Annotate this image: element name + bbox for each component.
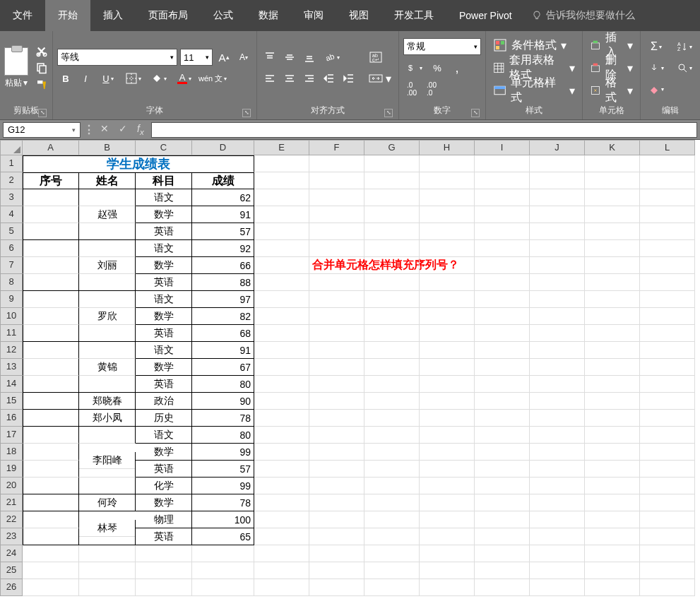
cell[interactable]: 何玲 [79, 494, 136, 511]
column-header[interactable]: J [530, 140, 585, 155]
cell[interactable]: 科目 [136, 172, 192, 189]
cell[interactable] [79, 478, 136, 494]
cell[interactable] [640, 562, 695, 579]
cell[interactable] [585, 461, 640, 478]
cell[interactable] [420, 291, 475, 308]
cell[interactable]: 80 [192, 427, 254, 444]
cell[interactable] [530, 444, 585, 461]
cell[interactable] [364, 172, 420, 189]
cell[interactable] [475, 223, 530, 240]
cell[interactable] [79, 461, 136, 478]
cell[interactable]: 数学 [136, 257, 192, 274]
cell[interactable] [475, 427, 530, 444]
cell[interactable] [530, 223, 585, 240]
cell[interactable] [420, 325, 475, 342]
cell[interactable] [585, 562, 640, 579]
cell[interactable] [420, 274, 475, 291]
cell[interactable] [475, 410, 530, 427]
cell[interactable] [420, 444, 475, 461]
cell[interactable] [420, 359, 475, 376]
cell[interactable] [254, 444, 309, 461]
row-header[interactable]: 12 [0, 342, 23, 359]
cell[interactable] [585, 393, 640, 410]
cell[interactable]: 成绩 [192, 172, 254, 189]
cell[interactable]: 92 [192, 240, 254, 257]
increase-indent-icon[interactable] [340, 70, 357, 87]
cell[interactable] [254, 427, 309, 444]
cell[interactable] [309, 444, 364, 461]
cell[interactable] [585, 579, 640, 596]
cell[interactable]: 政治 [136, 393, 192, 410]
cell[interactable] [364, 291, 420, 308]
row-header[interactable]: 7 [0, 257, 23, 274]
row-header[interactable]: 11 [0, 325, 23, 342]
cell[interactable] [475, 461, 530, 478]
column-header[interactable]: K [585, 140, 640, 155]
tab-数据[interactable]: 数据 [246, 0, 291, 31]
cell[interactable] [254, 494, 309, 511]
font-name-combo[interactable]: 等线▾ [57, 49, 177, 66]
cell[interactable]: 历史 [136, 410, 192, 427]
cell[interactable]: 学生成绩表 [23, 155, 254, 172]
column-header[interactable]: F [309, 140, 364, 155]
cell[interactable] [475, 376, 530, 393]
cell[interactable] [364, 376, 420, 393]
row-header[interactable]: 16 [0, 410, 23, 427]
cell[interactable] [585, 359, 640, 376]
cell[interactable] [309, 189, 364, 206]
cell[interactable]: 序号 [23, 172, 79, 189]
cell[interactable] [254, 172, 309, 189]
column-header[interactable]: H [420, 140, 475, 155]
cell[interactable] [640, 206, 695, 223]
cell[interactable] [79, 579, 136, 596]
cell[interactable] [23, 376, 79, 393]
cell[interactable] [420, 189, 475, 206]
cell[interactable] [79, 223, 136, 240]
cell[interactable] [254, 342, 309, 359]
cell[interactable] [23, 494, 79, 511]
align-middle-icon[interactable] [281, 49, 298, 66]
clear-button[interactable]: ▾ [645, 81, 668, 97]
cell[interactable] [640, 172, 695, 189]
cell[interactable] [364, 478, 420, 494]
cell[interactable]: 语文 [136, 427, 192, 444]
formula-input[interactable] [151, 122, 697, 138]
cell[interactable] [475, 528, 530, 545]
cell[interactable] [640, 528, 695, 545]
cell[interactable] [23, 410, 79, 427]
cell[interactable] [79, 291, 136, 308]
spreadsheet-grid[interactable]: ABCDEFGHIJKL 1学生成绩表2序号姓名科目成绩3语文624赵强数学91… [0, 140, 700, 596]
cell[interactable] [420, 545, 475, 562]
cell[interactable] [79, 528, 136, 545]
cell[interactable] [475, 511, 530, 528]
cut-icon[interactable] [35, 45, 48, 57]
cell[interactable] [309, 223, 364, 240]
cell[interactable] [420, 410, 475, 427]
accounting-format-button[interactable]: $▾ [403, 59, 426, 76]
cell[interactable] [640, 461, 695, 478]
tab-开始[interactable]: 开始 [45, 0, 90, 31]
cell[interactable] [79, 427, 136, 444]
cell[interactable]: 57 [192, 223, 254, 240]
format-cells-button[interactable]: 格式▾ [587, 81, 636, 100]
border-button[interactable]: ▾ [122, 70, 145, 87]
bold-button[interactable]: B [57, 70, 74, 87]
cell[interactable] [254, 291, 309, 308]
autosum-button[interactable]: Σ▾ [645, 38, 668, 55]
cell[interactable] [254, 461, 309, 478]
cell[interactable] [530, 478, 585, 494]
cell[interactable] [254, 545, 309, 562]
cell[interactable] [309, 545, 364, 562]
row-header[interactable]: 24 [0, 545, 23, 562]
cell[interactable] [420, 511, 475, 528]
cell[interactable] [585, 240, 640, 257]
cell[interactable] [475, 494, 530, 511]
row-header[interactable]: 26 [0, 579, 23, 596]
cell[interactable] [530, 410, 585, 427]
sort-filter-button[interactable]: AZ▾ [673, 38, 696, 55]
cell[interactable] [420, 240, 475, 257]
cell[interactable] [585, 189, 640, 206]
cell[interactable] [475, 545, 530, 562]
cell[interactable] [23, 359, 79, 376]
column-header[interactable]: D [192, 140, 254, 155]
